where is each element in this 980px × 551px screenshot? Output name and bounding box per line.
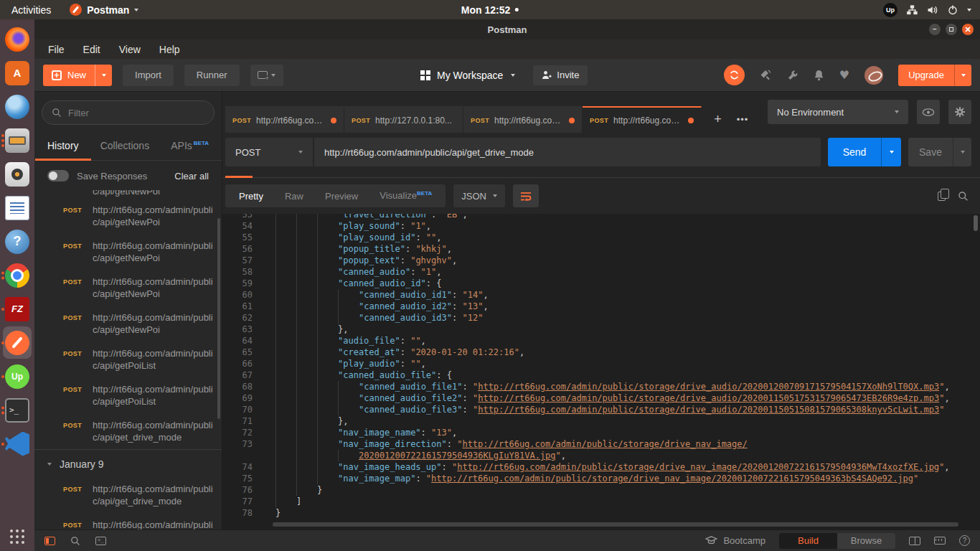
view-tab-raw[interactable]: Raw <box>274 191 314 202</box>
save-dropdown[interactable] <box>953 138 971 166</box>
filter-box[interactable] <box>42 100 215 125</box>
clear-all-button[interactable]: Clear all <box>174 171 209 182</box>
filter-input[interactable] <box>68 108 204 118</box>
history-item[interactable]: POSThttp://rt66ug.com/admin/public/api/g… <box>34 270 222 306</box>
menu-file[interactable]: File <box>39 39 74 59</box>
response-link[interactable]: http://rt66ug.com/admin/public/storage/d… <box>478 381 939 392</box>
dock-item-rhythmbox[interactable] <box>0 157 34 191</box>
new-tab-button[interactable]: + <box>706 106 730 133</box>
history-item[interactable]: POSThttp://rt66ug.com/admin/public/api/g… <box>34 513 222 529</box>
bell-icon[interactable] <box>814 70 824 81</box>
runner-button[interactable]: Runner <box>184 65 240 86</box>
maximize-button[interactable] <box>946 24 957 35</box>
sidebar-tab-collections[interactable]: Collections <box>100 131 149 160</box>
keyboard-shortcuts-icon[interactable] <box>934 537 946 545</box>
history-item[interactable]: POSThttp://rt66ug.com/admin/public/api/g… <box>34 377 222 413</box>
upgrade-dropdown[interactable] <box>954 65 971 86</box>
history-item[interactable]: POSThttp://rt66ug.com/admin/public/api/g… <box>34 190 222 198</box>
response-format-selector[interactable]: JSON <box>453 184 505 207</box>
console-icon[interactable]: >_ <box>95 537 106 545</box>
environment-selector[interactable]: No Environment <box>768 100 908 124</box>
wrench-icon[interactable] <box>787 70 798 81</box>
sync-button[interactable] <box>724 65 745 85</box>
build-tab[interactable]: Build <box>779 533 837 549</box>
history-item[interactable]: POSThttp://rt66ug.com/admin/public/api/g… <box>34 477 222 513</box>
clock[interactable]: Mon 12:52 <box>461 4 519 16</box>
workspace-chevron-icon[interactable] <box>511 74 515 77</box>
help-icon[interactable]: ? <box>959 535 970 546</box>
response-link[interactable]: http://rt66ug.com/admin/public/storage/d… <box>478 404 939 415</box>
send-button[interactable]: Send <box>828 138 901 166</box>
response-link[interactable]: http://rt66ug.com/admin/public/storage/d… <box>478 392 939 404</box>
show-applications-button[interactable] <box>10 529 24 544</box>
dock-item-filezilla[interactable]: FZ <box>0 292 34 326</box>
dock-item-chrome[interactable] <box>0 258 34 292</box>
view-tab-pretty[interactable]: Pretty <box>228 191 274 202</box>
open-new-dropdown-button[interactable] <box>250 65 283 86</box>
wrap-text-button[interactable] <box>513 184 539 207</box>
response-link[interactable]: http://rt66ug.com/admin/public/storage/d… <box>431 473 913 484</box>
dock-item-files[interactable] <box>0 123 34 157</box>
browse-tab[interactable]: Browse <box>837 533 895 549</box>
response-link[interactable]: 202001200722161579504936KLgIuY81VA.jpg <box>359 450 556 461</box>
response-link[interactable]: http://rt66ug.com/admin/public/storage/d… <box>462 438 747 450</box>
view-tab-visualize[interactable]: VisualizeBETA <box>369 190 443 201</box>
dock-item-terminal[interactable]: >_ <box>0 393 34 427</box>
app-menu[interactable]: Postman <box>62 4 146 16</box>
menu-help[interactable]: Help <box>150 39 189 59</box>
minimize-button[interactable]: − <box>929 24 941 35</box>
volume-icon[interactable] <box>927 5 938 15</box>
heart-icon[interactable]: ♥ <box>839 70 849 81</box>
search-response-icon[interactable] <box>958 191 969 202</box>
dock-item-ubuntu-software[interactable]: A <box>0 56 34 90</box>
import-button[interactable]: Import <box>123 65 174 86</box>
history-group-header[interactable]: January 9 <box>34 450 222 477</box>
dock-item-vscode[interactable] <box>0 427 34 461</box>
method-selector[interactable]: POST <box>225 138 313 166</box>
save-responses-toggle[interactable] <box>47 170 69 182</box>
two-pane-icon[interactable] <box>909 537 920 545</box>
history-item[interactable]: POSThttp://rt66ug.com/admin/public/api/g… <box>34 198 222 234</box>
environment-settings-button[interactable] <box>948 100 971 124</box>
sidebar-scrollbar[interactable] <box>217 218 220 419</box>
history-item[interactable]: POSThttp://rt66ug.com/admin/public/api/g… <box>34 234 222 270</box>
search-statusbar-icon[interactable] <box>70 536 80 546</box>
sidebar-tab-apis[interactable]: APIsBETA <box>171 131 209 160</box>
save-button[interactable]: Save <box>908 138 971 166</box>
dock-item-firefox[interactable] <box>0 22 34 56</box>
send-dropdown[interactable] <box>881 138 901 166</box>
upwork-tray-icon[interactable]: Up <box>883 3 897 17</box>
menu-edit[interactable]: Edit <box>74 39 110 59</box>
view-tab-preview[interactable]: Preview <box>314 191 369 202</box>
new-button[interactable]: +New <box>43 65 112 86</box>
url-input[interactable] <box>324 147 811 158</box>
url-field[interactable] <box>314 138 821 166</box>
dock-item-thunderbird[interactable] <box>0 90 34 123</box>
copy-icon[interactable] <box>938 192 946 201</box>
activities-button[interactable]: Activities <box>0 0 62 19</box>
history-item[interactable]: POSThttp://rt66ug.com/admin/public/api/g… <box>34 306 222 342</box>
history-item[interactable]: POSThttp://rt66ug.com/admin/public/api/g… <box>34 413 222 449</box>
code-horizontal-scrollbar[interactable] <box>273 522 958 527</box>
response-link[interactable]: http://rt66ug.com/admin/public/storage/d… <box>457 461 939 473</box>
close-button[interactable]: ✕ <box>962 24 974 35</box>
request-tab[interactable]: POSThttp://rt66ug.com/... <box>463 106 583 133</box>
code-vertical-scrollbar[interactable] <box>974 215 978 231</box>
power-icon[interactable] <box>948 5 958 15</box>
avatar[interactable] <box>864 66 883 85</box>
new-dropdown[interactable] <box>95 65 112 86</box>
request-tab[interactable]: POSThttp://127.0.0.1:80... <box>344 106 463 133</box>
environment-quicklook-button[interactable] <box>917 100 940 124</box>
toggle-sidebar-icon[interactable] <box>44 537 55 545</box>
upgrade-button[interactable]: Upgrade <box>898 65 971 86</box>
dock-item-postman[interactable] <box>0 326 34 359</box>
request-tab[interactable]: POSThttp://rt66ug.com/... <box>583 106 702 133</box>
bootcamp-button[interactable]: Bootcamp <box>705 535 765 546</box>
tab-options-button[interactable]: ••• <box>730 106 755 133</box>
workspace-selector[interactable]: My Workspace <box>437 70 503 81</box>
dock-item-help[interactable]: ? <box>0 225 34 258</box>
api-network-icon[interactable] <box>760 70 772 81</box>
invite-button[interactable]: Invite <box>533 65 588 85</box>
dock-item-libreoffice-writer[interactable] <box>0 191 34 225</box>
system-menu-chevron-icon[interactable] <box>967 9 971 11</box>
